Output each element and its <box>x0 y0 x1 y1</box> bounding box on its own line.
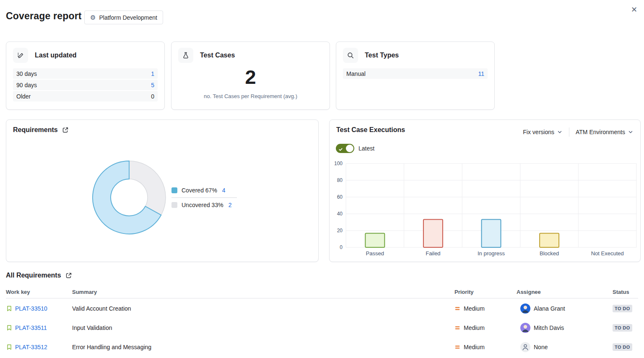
svg-text:Passed: Passed <box>366 250 384 257</box>
card-title: Test Cases <box>200 52 235 59</box>
assignee-name: Mitch Davis <box>534 324 564 331</box>
project-selector-button[interactable]: ⚙ Platform Development <box>84 10 163 24</box>
priority-medium-icon <box>454 325 460 331</box>
work-key-link[interactable]: PLAT-33512 <box>15 337 47 357</box>
status-cell: TO DO <box>613 337 632 357</box>
svg-text:60: 60 <box>337 194 343 200</box>
table-row: PLAT-33512 Error Handling and Messaging … <box>0 337 644 357</box>
column-header-work-key: Work key <box>6 289 30 295</box>
priority-label: Medium <box>464 324 485 331</box>
test-cases-card: Test Cases 2 no. Test Cases per Requirem… <box>171 42 330 110</box>
work-key-link[interactable]: PLAT-33510 <box>15 299 47 318</box>
avatar <box>520 342 530 352</box>
legend-label: Covered 67% <box>182 187 217 194</box>
table-row: PLAT-33510 Valid Account Creation Medium… <box>0 299 644 318</box>
priority-medium-icon <box>454 344 460 350</box>
status-badge: TO DO <box>613 305 632 312</box>
bookmark-icon <box>6 318 13 337</box>
edit-history-icon <box>13 48 28 63</box>
controls-divider <box>569 127 569 137</box>
stat-row-older: Older 0 <box>13 91 158 101</box>
last-updated-card: Last updated 30 days 1 90 days 5 Older 0 <box>6 42 165 110</box>
svg-text:80: 80 <box>337 177 343 183</box>
external-link-icon[interactable] <box>62 127 69 133</box>
project-selector-label: Platform Development <box>99 14 157 21</box>
covered-count-link[interactable]: 4 <box>222 187 226 194</box>
requirements-panel-title: Requirements <box>13 126 58 134</box>
status-badge: TO DO <box>613 343 632 351</box>
status-badge: TO DO <box>613 324 632 332</box>
executions-bar-chart: 100806040200PassedFailedIn progressBlock… <box>333 160 639 259</box>
priority-cell: Medium <box>454 318 485 337</box>
toggle-knob <box>346 145 353 152</box>
all-requirements-title: All Requirements <box>6 272 61 279</box>
search-icon <box>343 48 358 63</box>
assignee-name: Alana Grant <box>534 305 565 312</box>
avatar <box>520 323 530 333</box>
assignee-cell: Alana Grant <box>520 299 565 318</box>
test-types-card: Test Types Manual 11 <box>336 42 495 110</box>
fix-versions-label: Fix versions <box>523 129 554 135</box>
external-link-icon[interactable] <box>65 272 72 279</box>
svg-text:100: 100 <box>334 161 343 166</box>
latest-toggle[interactable] <box>336 144 354 153</box>
stat-value-link[interactable]: 11 <box>478 70 484 77</box>
table-header-divider <box>6 298 638 298</box>
column-header-status: Status <box>613 289 629 295</box>
summary-text: Valid Account Creation <box>72 299 131 318</box>
legend-item-covered: Covered 67% 4 <box>171 186 237 195</box>
stat-value: 0 <box>151 93 154 100</box>
svg-text:Failed: Failed <box>426 250 440 257</box>
status-cell: TO DO <box>613 318 632 337</box>
assignee-cell: None <box>520 337 548 357</box>
latest-toggle-label: Latest <box>358 145 374 152</box>
status-cell: TO DO <box>613 299 632 318</box>
priority-label: Medium <box>464 305 485 312</box>
uncovered-count-link[interactable]: 2 <box>229 202 232 208</box>
stat-label: Manual <box>346 70 366 77</box>
svg-text:20: 20 <box>337 228 343 233</box>
card-title: Test Types <box>365 52 399 59</box>
avatar <box>520 304 530 314</box>
flask-icon <box>178 48 193 63</box>
stat-label: 90 days <box>16 82 37 88</box>
svg-text:40: 40 <box>337 211 343 217</box>
bookmark-icon <box>6 337 13 357</box>
page-title: Coverage report <box>6 10 82 22</box>
stat-value-link[interactable]: 1 <box>151 70 154 77</box>
test-cases-avg-value: 2 <box>171 66 330 88</box>
svg-text:In progress: In progress <box>478 250 505 257</box>
executions-panel-title: Test Case Executions <box>336 126 405 134</box>
donut-legend: Covered 67% 4 Uncovered 33% 2 <box>171 186 237 210</box>
check-icon <box>338 146 343 153</box>
svg-text:Not Executed: Not Executed <box>591 250 624 257</box>
close-icon[interactable]: ✕ <box>629 3 639 16</box>
uncovered-swatch <box>171 202 177 208</box>
svg-text:Blocked: Blocked <box>540 250 559 257</box>
chevron-down-icon <box>557 129 563 135</box>
requirements-panel: Requirements Covered 67% 4 Uncovered 33% <box>6 119 319 262</box>
priority-cell: Medium <box>454 299 485 318</box>
priority-label: Medium <box>464 344 485 350</box>
column-header-summary: Summary <box>72 289 97 295</box>
card-title: Last updated <box>35 52 77 59</box>
stat-label: Older <box>16 93 31 100</box>
stat-row-manual: Manual 11 <box>343 68 488 79</box>
coverage-donut-chart <box>89 158 169 237</box>
summary-text: Input Validation <box>72 318 112 337</box>
assignee-name: None <box>534 344 548 350</box>
bookmark-icon <box>6 299 13 318</box>
stat-row-90-days: 90 days 5 <box>13 80 158 90</box>
column-header-priority: Priority <box>454 289 474 295</box>
stat-value-link[interactable]: 5 <box>151 82 154 88</box>
fix-versions-dropdown[interactable]: Fix versions <box>523 129 563 135</box>
work-key-link[interactable]: PLAT-33511 <box>15 318 47 337</box>
svg-text:0: 0 <box>340 244 343 250</box>
executions-panel: Test Case Executions Fix versions ATM En… <box>329 119 641 262</box>
summary-text: Error Handling and Messaging <box>72 337 151 357</box>
assignee-cell: Mitch Davis <box>520 318 564 337</box>
priority-cell: Medium <box>454 337 485 357</box>
gear-icon: ⚙ <box>90 14 96 21</box>
atm-environments-dropdown[interactable]: ATM Environments <box>576 129 634 135</box>
legend-item-uncovered: Uncovered 33% 2 <box>171 200 237 210</box>
